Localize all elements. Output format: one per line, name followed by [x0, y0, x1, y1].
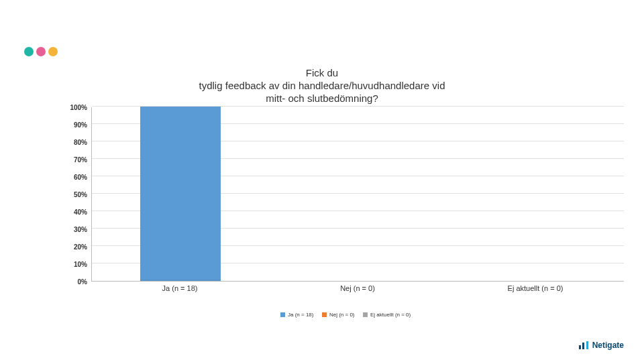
y-tick: 30% [60, 226, 87, 233]
y-tick: 10% [60, 261, 87, 268]
legend-label: Nej (n = 0) [329, 312, 355, 318]
legend-label: Ja (n = 18) [288, 312, 313, 318]
brand-dots [24, 47, 58, 56]
title-line: mitt- och slutbedömning? [266, 93, 378, 104]
brand-logo: Netigate [579, 341, 624, 350]
legend-swatch-icon [363, 312, 368, 317]
x-tick: Nej (n = 0) [290, 284, 425, 292]
bar-ja [140, 107, 221, 281]
legend: Ja (n = 18) Nej (n = 0) Ej aktuellt (n =… [60, 312, 624, 318]
y-tick: 90% [60, 121, 87, 129]
brand-text: Netigate [592, 341, 624, 350]
brand-bars-icon [579, 341, 588, 349]
x-axis: Ja (n = 18) Nej (n = 0) Ej aktuellt (n =… [91, 284, 624, 296]
chart-title: Fick du tydlig feedback av din handledar… [0, 67, 644, 105]
dot-icon [36, 47, 46, 56]
y-tick: 100% [60, 104, 87, 111]
dot-icon [24, 47, 34, 56]
bar-chart: 0% 10% 20% 30% 40% 50% 60% 70% 80% 90% 1… [60, 107, 624, 322]
y-tick: 60% [60, 174, 87, 181]
title-line: tydlig feedback av din handledare/huvudh… [199, 80, 445, 91]
y-tick: 40% [60, 208, 87, 216]
x-tick: Ej aktuellt (n = 0) [468, 284, 602, 292]
y-tick: 80% [60, 139, 87, 146]
y-tick: 20% [60, 243, 87, 251]
legend-label: Ej aktuellt (n = 0) [370, 312, 411, 318]
y-tick: 70% [60, 156, 87, 164]
y-tick: 0% [60, 278, 87, 286]
dot-icon [48, 47, 58, 56]
legend-swatch-icon [322, 312, 327, 317]
plot-area [91, 107, 624, 282]
legend-swatch-icon [280, 312, 285, 317]
x-tick: Ja (n = 18) [113, 284, 247, 292]
title-line: Fick du [306, 67, 338, 78]
y-tick: 50% [60, 191, 87, 198]
